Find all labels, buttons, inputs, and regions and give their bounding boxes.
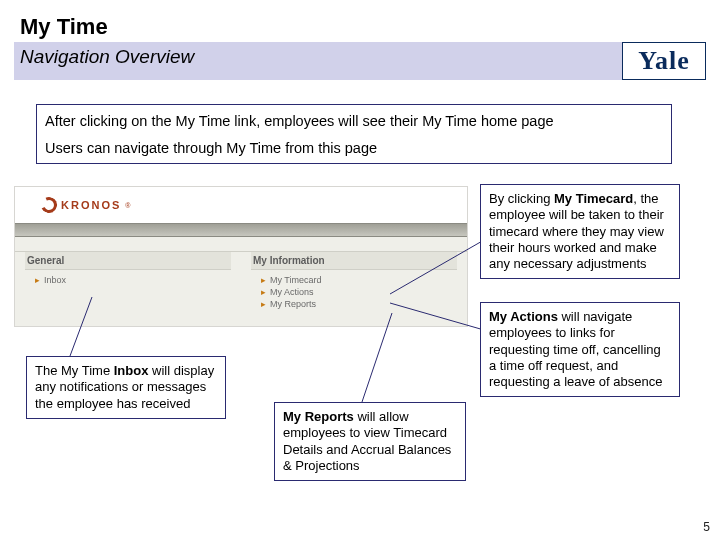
kronos-swirl-icon xyxy=(39,195,60,216)
callout-reports-bold: My Reports xyxy=(283,409,354,424)
kronos-myinfo-item-label: My Timecard xyxy=(270,274,322,286)
callout-inbox: The My Time Inbox will display any notif… xyxy=(26,356,226,419)
kronos-logo-text: KRONOS xyxy=(61,199,121,211)
kronos-myinfo-item-label: My Reports xyxy=(270,298,316,310)
kronos-myinfo-item[interactable]: ▸ My Timecard xyxy=(261,274,455,286)
kronos-myinfo-item-label: My Actions xyxy=(270,286,314,298)
kronos-logo: KRONOS ® xyxy=(41,197,130,213)
arrow-icon: ▸ xyxy=(35,274,40,286)
kronos-toolbar xyxy=(15,223,467,237)
kronos-general-item-label: Inbox xyxy=(44,274,66,286)
callout-inbox-pre: The My Time xyxy=(35,363,114,378)
kronos-section-general: General ▸ Inbox xyxy=(15,252,241,318)
kronos-myinfo-heading: My Information xyxy=(251,252,457,270)
slide: Yale My Time Navigation Overview After c… xyxy=(0,0,720,540)
page-subtitle: Navigation Overview xyxy=(20,46,194,68)
kronos-tm: ® xyxy=(125,202,130,209)
callout-inbox-bold: Inbox xyxy=(114,363,149,378)
callout-actions: My Actions will navigate employees to li… xyxy=(480,302,680,397)
kronos-myinfo-item[interactable]: ▸ My Reports xyxy=(261,298,455,310)
page-number: 5 xyxy=(703,520,710,534)
brand-box: Yale xyxy=(622,42,706,80)
callout-reports: My Reports will allow employees to view … xyxy=(274,402,466,481)
intro-line-2: Users can navigate through My Time from … xyxy=(45,138,663,159)
callout-timecard: By clicking My Timecard, the employee wi… xyxy=(480,184,680,279)
kronos-general-heading: General xyxy=(25,252,231,270)
brand-text: Yale xyxy=(638,46,690,76)
intro-box: After clicking on the My Time link, empl… xyxy=(36,104,672,164)
kronos-general-item[interactable]: ▸ Inbox xyxy=(35,274,229,286)
callout-timecard-pre: By clicking xyxy=(489,191,554,206)
kronos-sections: General ▸ Inbox My Information ▸ My Time… xyxy=(15,251,467,326)
kronos-logo-row: KRONOS ® xyxy=(15,187,467,223)
kronos-myinfo-item[interactable]: ▸ My Actions xyxy=(261,286,455,298)
callout-timecard-bold: My Timecard xyxy=(554,191,633,206)
arrow-icon: ▸ xyxy=(261,274,266,286)
kronos-screenshot: KRONOS ® General ▸ Inbox My Information xyxy=(14,186,468,327)
arrow-icon: ▸ xyxy=(261,286,266,298)
page-title: My Time xyxy=(20,14,108,40)
kronos-spacer xyxy=(15,237,467,251)
arrow-icon: ▸ xyxy=(261,298,266,310)
kronos-section-myinfo: My Information ▸ My Timecard ▸ My Action… xyxy=(241,252,467,318)
callout-actions-bold: My Actions xyxy=(489,309,558,324)
intro-line-1: After clicking on the My Time link, empl… xyxy=(45,111,663,132)
